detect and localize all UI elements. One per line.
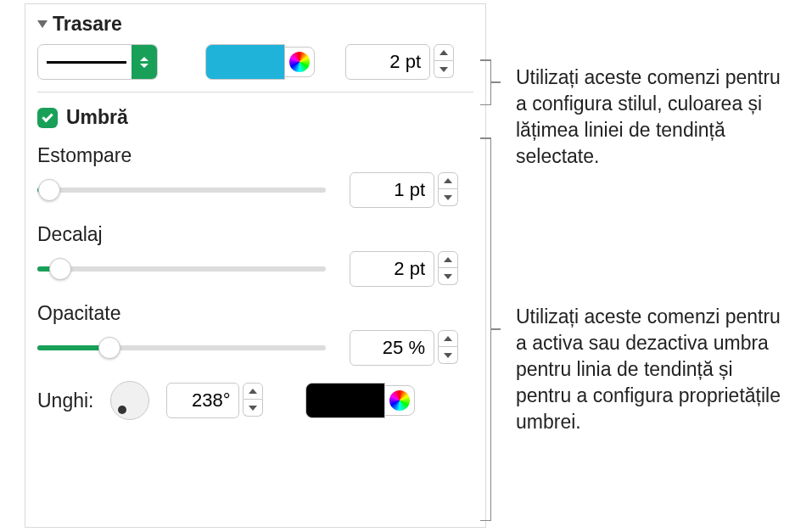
stroke-width-stepper[interactable]	[434, 44, 454, 80]
estompare-stepper[interactable]	[438, 172, 458, 208]
angle-indicator-icon	[118, 406, 126, 414]
stroke-line-preview-icon	[47, 61, 126, 64]
callout-bracket-icon	[490, 137, 491, 521]
trasare-title: Trasare	[53, 13, 122, 36]
color-wheel-icon	[289, 52, 310, 72]
stroke-style-dropdown[interactable]	[37, 44, 158, 80]
opacitate-row	[37, 330, 473, 366]
estompare-row	[37, 172, 473, 208]
callout-text-stroke: Utilizați aceste comenzi pentru a config…	[516, 64, 783, 170]
decalaj-input[interactable]	[350, 251, 434, 287]
stroke-width-input[interactable]	[345, 44, 430, 80]
checkmark-icon	[42, 110, 53, 121]
stepper-down-icon[interactable]	[438, 189, 458, 206]
stepper-up-icon[interactable]	[438, 330, 458, 347]
stroke-color-well	[205, 44, 315, 80]
estompare-field	[350, 172, 458, 208]
umbra-checkbox[interactable]	[37, 108, 58, 128]
unghi-row: Unghi:	[37, 381, 473, 420]
stepper-up-icon[interactable]	[438, 251, 458, 268]
opacitate-slider[interactable]	[37, 337, 326, 359]
estompare-slider[interactable]	[37, 179, 326, 201]
color-wheel-icon	[389, 390, 410, 411]
callout-text-shadow: Utilizați aceste comenzi pentru a activa…	[516, 304, 783, 435]
decalaj-label: Decalaj	[37, 223, 473, 246]
unghi-input[interactable]	[166, 383, 239, 418]
shadow-color-picker-button[interactable]	[384, 385, 415, 416]
opacitate-input[interactable]	[350, 330, 434, 366]
stroke-row	[37, 44, 473, 80]
opacitate-stepper[interactable]	[438, 330, 458, 366]
decalaj-stepper[interactable]	[438, 251, 458, 287]
inspector-panel: Trasare Umbră Estompa	[25, 3, 486, 528]
stepper-down-icon[interactable]	[434, 61, 454, 78]
trasare-header[interactable]: Trasare	[37, 13, 473, 36]
decalaj-slider[interactable]	[37, 258, 326, 280]
stroke-color-picker-button[interactable]	[284, 47, 315, 77]
stepper-down-icon[interactable]	[438, 268, 458, 285]
unghi-label: Unghi:	[37, 389, 93, 412]
stroke-width-field	[345, 44, 454, 80]
shadow-color-well	[305, 383, 415, 418]
callout-bracket-icon	[490, 59, 491, 105]
stroke-color-swatch[interactable]	[205, 44, 285, 80]
angle-dial[interactable]	[110, 381, 149, 420]
umbra-title: Umbră	[66, 106, 128, 129]
stepper-up-icon[interactable]	[434, 44, 454, 61]
divider	[37, 92, 473, 92]
decalaj-row	[37, 251, 473, 287]
opacitate-field	[350, 330, 458, 366]
unghi-stepper[interactable]	[243, 383, 263, 418]
stepper-up-icon[interactable]	[243, 383, 263, 400]
stepper-down-icon[interactable]	[243, 400, 263, 417]
shadow-color-swatch[interactable]	[305, 383, 385, 418]
decalaj-field	[350, 251, 458, 287]
opacitate-label: Opacitate	[37, 302, 473, 325]
estompare-input[interactable]	[350, 172, 434, 208]
stepper-up-icon[interactable]	[438, 172, 458, 189]
estompare-label: Estompare	[37, 144, 473, 167]
unghi-field	[166, 383, 263, 418]
chevrons-updown-icon	[132, 45, 157, 79]
stepper-down-icon[interactable]	[438, 347, 458, 364]
disclosure-triangle-icon	[37, 20, 48, 28]
umbra-checkbox-row[interactable]: Umbră	[37, 106, 473, 129]
